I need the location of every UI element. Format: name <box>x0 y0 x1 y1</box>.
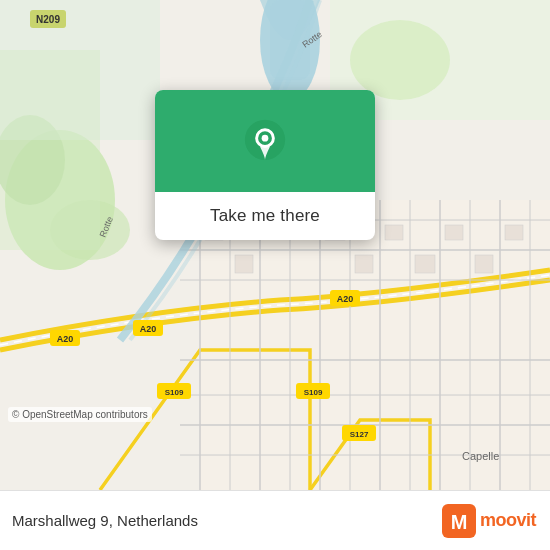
svg-rect-37 <box>475 255 493 273</box>
moovit-logo: M moovit <box>442 504 536 538</box>
svg-rect-34 <box>385 225 403 240</box>
location-pin-icon <box>239 118 291 170</box>
copyright-text: © OpenStreetMap contributors <box>8 407 152 422</box>
moovit-brand-text: moovit <box>480 510 536 531</box>
svg-text:S109: S109 <box>165 388 184 397</box>
svg-rect-31 <box>235 255 253 273</box>
moovit-brand-icon: M <box>442 504 476 538</box>
address-text: Marshallweg 9, Netherlands <box>12 512 198 529</box>
svg-text:A20: A20 <box>337 294 354 304</box>
popup-label[interactable]: Take me there <box>190 192 340 240</box>
svg-rect-38 <box>505 225 523 240</box>
svg-text:S127: S127 <box>350 430 369 439</box>
svg-rect-33 <box>355 255 373 273</box>
popup-green-area <box>155 90 375 192</box>
svg-text:S109: S109 <box>304 388 323 397</box>
svg-text:Capelle: Capelle <box>462 450 499 462</box>
svg-rect-10 <box>200 200 550 490</box>
svg-point-61 <box>262 135 269 142</box>
svg-rect-35 <box>415 255 435 273</box>
svg-text:A20: A20 <box>57 334 74 344</box>
svg-rect-36 <box>445 225 463 240</box>
popup-card: Take me there <box>155 90 375 240</box>
svg-text:N209: N209 <box>36 14 60 25</box>
svg-point-7 <box>350 20 450 100</box>
svg-text:A20: A20 <box>140 324 157 334</box>
map-container: N209 A20 A20 A20 S109 S109 S127 Rotte Ro… <box>0 0 550 490</box>
svg-rect-9 <box>0 50 100 250</box>
svg-text:M: M <box>451 511 468 533</box>
bottom-bar: Marshallweg 9, Netherlands M moovit <box>0 490 550 550</box>
